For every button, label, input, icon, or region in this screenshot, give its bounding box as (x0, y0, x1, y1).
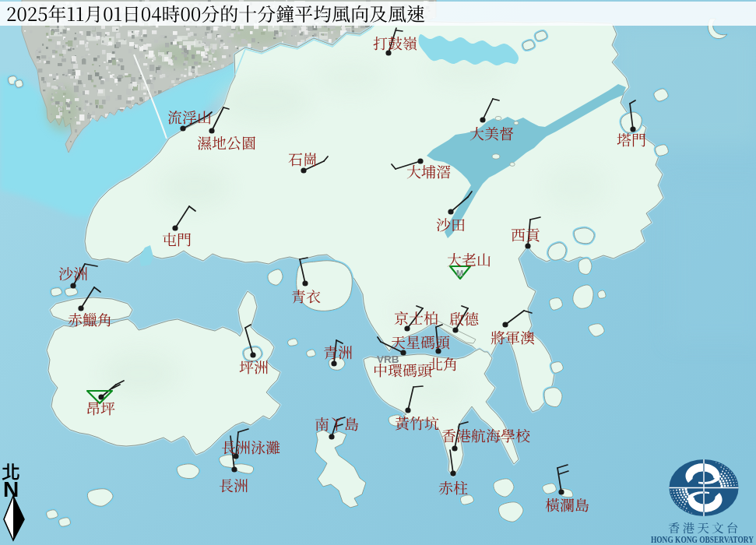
svg-text:HONG KONG OBSERVATORY: HONG KONG OBSERVATORY (651, 535, 754, 545)
svg-text:N: N (3, 477, 19, 501)
svg-text:VRB: VRB (377, 353, 399, 365)
svg-text:M: M (456, 269, 463, 278)
